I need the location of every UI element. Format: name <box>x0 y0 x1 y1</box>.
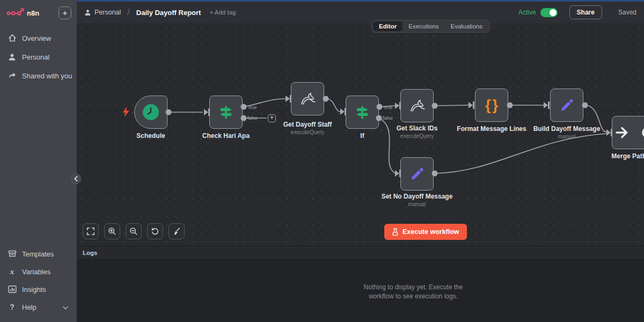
logs-empty-state: Nothing to display yet. Execute the work… <box>364 283 463 301</box>
node-build-dayoff-message[interactable] <box>550 89 583 122</box>
port-label-false: false <box>247 115 258 121</box>
sidebar-item-shared[interactable]: Shared with you <box>0 70 77 82</box>
active-label: Active <box>518 9 536 16</box>
new-workflow-button[interactable]: + <box>58 6 71 19</box>
workflow-title[interactable]: Daily Dayoff Report <box>136 9 201 17</box>
node-format-message-lines[interactable]: {} <box>475 89 508 122</box>
node-label: Get Dayoff Staff executeQuery <box>262 121 353 135</box>
user-icon <box>84 9 91 16</box>
sidebar-item-insights[interactable]: Insights <box>0 283 77 295</box>
flask-icon <box>392 228 399 236</box>
sidebar-nav-top: Overview Personal Shared with you <box>0 32 77 89</box>
node-subtitle: executeQuery <box>262 129 353 135</box>
breadcrumb[interactable]: Personal <box>84 9 121 16</box>
node-get-dayoff-staff[interactable] <box>291 82 324 115</box>
sidebar: n8n + Overview Personal Shared with y <box>0 0 77 322</box>
add-tag-button[interactable]: + Add tag <box>209 9 236 16</box>
saved-status: Saved <box>618 9 636 16</box>
sidebar-item-label: Help <box>22 303 36 311</box>
breadcrumb-project: Personal <box>94 9 121 16</box>
braces-icon: {} <box>484 98 500 113</box>
logs-empty-line1: Nothing to display yet. Execute the <box>364 283 463 292</box>
node-label: Build Dayoff Message manual <box>521 125 612 140</box>
connection-if-false-setno <box>379 118 395 173</box>
tidy-up-button[interactable] <box>169 223 185 239</box>
home-icon <box>8 34 17 43</box>
zoom-in-button[interactable] <box>104 223 120 239</box>
main-area: Personal / Daily Dayoff Report + Add tag… <box>77 0 644 322</box>
reset-zoom-button[interactable] <box>147 223 163 239</box>
node-subtitle: executeQuery <box>371 133 463 139</box>
input-port <box>544 101 550 109</box>
logs-title: Logs <box>83 250 97 256</box>
active-toggle[interactable] <box>540 8 558 17</box>
signpost-icon <box>354 104 371 121</box>
sidebar-item-variables[interactable]: x Variables <box>0 266 77 277</box>
input-port <box>469 101 474 109</box>
zoom-out-button[interactable] <box>126 223 142 239</box>
sidebar-item-label: Variables <box>22 268 50 276</box>
connection-getslack-format <box>435 105 469 106</box>
node-label: If <box>317 132 408 140</box>
sidebar-item-label: Personal <box>22 53 49 61</box>
port-label-true: true <box>384 105 393 110</box>
node-set-no-dayoff-message[interactable] <box>400 157 434 191</box>
mysql-dolphin-icon <box>298 91 317 106</box>
sidebar-item-label: Templates <box>22 250 54 258</box>
signpost-icon <box>217 104 235 121</box>
sidebar-item-help[interactable]: ? Help <box>0 301 77 313</box>
merge-arrow-icon <box>613 125 644 141</box>
port-label-true: true <box>248 105 257 110</box>
mysql-dolphin-icon <box>408 98 426 113</box>
node-schedule[interactable] <box>134 96 167 129</box>
sidebar-item-label: Insights <box>22 286 46 294</box>
clock-icon <box>142 103 160 121</box>
node-label: Set No Dayoff Message manual <box>371 193 463 207</box>
fit-view-button[interactable] <box>83 223 99 239</box>
tab-evaluations[interactable]: Evaluations <box>445 21 488 31</box>
n8n-app: n8n + Overview Personal Shared with y <box>0 0 644 322</box>
canvas-controls <box>83 223 185 239</box>
node-subtitle: manual <box>371 201 463 207</box>
chevron-down-icon <box>63 303 68 311</box>
logs-panel: Logs Nothing to display yet. Execute the… <box>77 246 644 322</box>
logs-header[interactable]: Logs <box>77 246 644 260</box>
trigger-bolt-icon <box>122 107 130 117</box>
pencil-icon <box>558 97 575 114</box>
user-icon <box>8 53 17 62</box>
variables-icon: x <box>8 267 17 276</box>
node-label: Get Slack IDs executeQuery <box>371 125 463 139</box>
sidebar-item-overview[interactable]: Overview <box>0 32 77 44</box>
node-label: Format Message Lines <box>446 125 537 133</box>
tab-executions[interactable]: Executions <box>402 21 444 31</box>
sidebar-item-label: Shared with you <box>22 72 72 80</box>
workflow-canvas[interactable]: Schedule Check Hari Apa true false + <box>77 23 644 246</box>
port-label-false: false <box>383 115 393 121</box>
breadcrumb-separator: / <box>127 8 129 17</box>
node-check-hari-apa[interactable] <box>209 96 243 129</box>
node-if[interactable] <box>346 96 379 129</box>
node-label: Schedule <box>105 132 196 140</box>
sidebar-item-personal[interactable]: Personal <box>0 51 77 63</box>
sidebar-item-templates[interactable]: Templates <box>0 248 77 260</box>
help-icon: ? <box>8 303 17 312</box>
add-node-plus-button[interactable]: + <box>268 114 276 122</box>
node-merge-paths[interactable] <box>612 116 644 149</box>
share-button[interactable]: Share <box>569 5 602 19</box>
connection-build-merge <box>585 105 606 132</box>
n8n-logo-icon <box>6 8 25 18</box>
execute-workflow-label: Execute workflow <box>402 228 459 236</box>
sidebar-nav-bottom: Templates x Variables Insights ? Help <box>0 248 77 322</box>
connection-setno-merge <box>435 134 606 173</box>
connection-layer <box>77 23 644 246</box>
node-label: Check Hari Apa <box>180 132 272 140</box>
app-title: n8n <box>27 9 58 17</box>
connection-if-true-getslack <box>379 106 395 107</box>
execute-workflow-button[interactable]: Execute workflow <box>384 224 467 240</box>
tab-editor[interactable]: Editor <box>373 21 402 31</box>
node-subtitle: manual <box>521 134 612 140</box>
logs-empty-line2: workflow to see execution logs. <box>364 292 463 301</box>
sidebar-item-label: Overview <box>22 34 51 42</box>
collapse-sidebar-button[interactable] <box>70 173 81 184</box>
node-get-slack-ids[interactable] <box>400 89 434 122</box>
